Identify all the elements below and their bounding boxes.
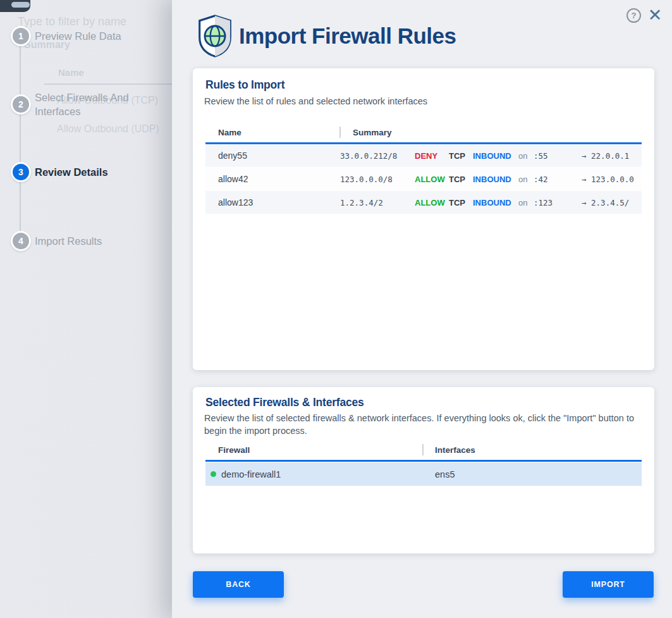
stepper-connector [20,36,21,241]
page-title: Import Firewall Rules [239,23,456,49]
column-header-summary[interactable]: Summary [353,128,392,137]
firewalls-card: Selected Firewalls & Interfaces Review t… [193,387,654,553]
firewall-name: demo-firewall1 [221,469,435,479]
import-wizard-panel: ? ✕ Import Firewall Rules Rules to Impor… [172,0,672,618]
step-2-label[interactable]: Select Firewalls And Interfaces [35,90,164,118]
rule-name: allow123 [205,197,340,207]
rules-card-subtitle: Review the list of rules and selected ne… [204,96,427,108]
rules-card-title: Rules to Import [205,78,284,92]
shield-globe-icon [195,14,235,61]
rule-protocol: TCP [449,175,473,184]
step-2-circle[interactable]: 2 [11,94,31,114]
rule-port: :42 [534,175,563,184]
rule-direction: INBOUND [473,175,518,184]
rule-on-label: on [518,175,534,184]
ghost-filter-placeholder: Type to filter by name [18,15,126,28]
rule-port: :123 [534,198,563,207]
table-header-rule [205,460,642,462]
column-resize-handle[interactable] [339,127,341,138]
step-1-circle[interactable]: 1 [11,26,31,46]
column-header-name[interactable]: Name [218,128,241,137]
firewall-interfaces: ens5 [435,469,455,479]
column-resize-handle[interactable] [422,444,424,455]
step-3-circle[interactable]: 3 [11,162,31,182]
rules-card: Rules to Import Review the list of rules… [193,68,654,370]
import-button[interactable]: IMPORT [563,571,654,598]
step-4-circle[interactable]: 4 [11,231,31,251]
ghost-name-label: Name [58,67,84,78]
column-header-firewall[interactable]: Firewall [218,445,250,455]
rule-destination: → 2.3.4.5/ [582,198,629,207]
rule-source: 33.0.0.212/8 [340,151,415,161]
help-icon[interactable]: ? [626,8,641,23]
rule-source: 1.2.3.4/2 [340,198,415,207]
rule-summary: 123.0.0.0/8 ALLOW TCP INBOUND on :42 → 1… [340,175,642,184]
rule-action-badge: DENY [415,151,449,161]
table-row[interactable]: allow123 1.2.3.4/2 ALLOW TCP INBOUND on … [205,191,642,214]
rule-name: allow42 [205,174,340,184]
rule-port: :55 [534,151,563,161]
rule-on-label: on [518,198,534,207]
rule-direction: INBOUND [473,198,518,207]
rule-summary: 33.0.0.212/8 DENY TCP INBOUND on :55 → 2… [340,151,642,161]
step-4-label[interactable]: Import Results [35,234,164,248]
firewall-row[interactable]: demo-firewall1 ens5 [205,462,642,486]
rule-destination: → 22.0.0.1 [582,151,629,161]
rule-destination: → 123.0.0.0 [582,175,634,184]
rules-table-body: deny55 33.0.0.212/8 DENY TCP INBOUND on … [205,144,642,214]
column-header-interfaces[interactable]: Interfaces [435,445,475,455]
close-icon[interactable]: ✕ [645,6,664,25]
table-row[interactable]: allow42 123.0.0.0/8 ALLOW TCP INBOUND on… [205,168,642,191]
rule-protocol: TCP [449,151,473,161]
underlying-page-button [11,2,30,8]
status-dot-icon [211,471,216,477]
ghost-divider [44,83,172,85]
firewalls-card-subtitle: Review the list of selected firewalls & … [204,412,647,437]
firewalls-card-title: Selected Firewalls & Interfaces [205,396,364,409]
rule-source: 123.0.0.0/8 [340,175,415,184]
rule-action-badge: ALLOW [415,198,449,207]
rule-on-label: on [518,151,534,161]
rule-direction: INBOUND [473,151,518,161]
table-row[interactable]: deny55 33.0.0.212/8 DENY TCP INBOUND on … [205,144,642,168]
back-button[interactable]: BACK [193,571,284,598]
ghost-rule-udp: Allow Outbound (UDP) [57,123,159,135]
step-4-number: 4 [18,236,23,246]
modal-backdrop: Type to filter by name Summary Name Allo… [0,0,172,618]
underlying-page-corner [0,0,30,12]
step-1-number: 1 [18,31,23,41]
rule-name: deny55 [205,151,340,161]
step-2-number: 2 [18,99,23,109]
step-3-label[interactable]: Review Details [35,165,164,179]
step-1-label[interactable]: Preview Rule Data [35,29,164,43]
step-3-number: 3 [18,167,23,177]
rule-action-badge: ALLOW [415,175,449,184]
rule-summary: 1.2.3.4/2 ALLOW TCP INBOUND on :123 → 2.… [340,198,642,207]
rule-protocol: TCP [449,198,473,207]
